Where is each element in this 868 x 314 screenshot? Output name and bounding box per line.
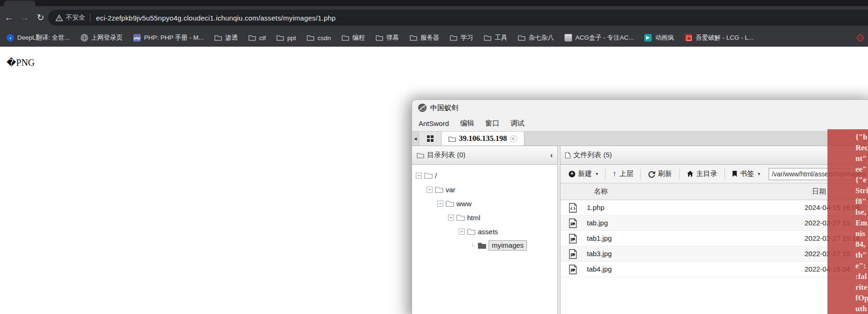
tree-node-assets[interactable]: −assets [412, 224, 558, 238]
bookmark-item[interactable]: ctf [248, 34, 266, 42]
bookmark-item[interactable]: phpPHP: PHP 手册 - M... [133, 34, 204, 42]
home-grid-tab[interactable] [419, 132, 441, 146]
column-date[interactable]: 日期 [812, 187, 826, 196]
toolbar-button-bookmark[interactable]: 书签▾ [727, 169, 765, 178]
bookmark-label: 上网登录页 [91, 34, 123, 42]
window-title: 中国蚁剑 [430, 104, 458, 112]
code-file-icon [569, 203, 577, 213]
toolbar-button-plus[interactable]: +新建▾ [564, 169, 603, 178]
toolbar-button-refresh[interactable]: 刷新 [643, 169, 677, 178]
bookmark-item[interactable]: 编程 [342, 34, 365, 42]
browser-tab-strip [0, 0, 868, 6]
bookmark-item[interactable]: csdn [307, 34, 331, 42]
shell-workspace: 目录列表 (0) ‹ −/−var−www−html−assets└myimag… [412, 146, 868, 314]
folder-icon [248, 34, 256, 42]
tree-expander-icon[interactable]: − [459, 229, 465, 235]
address-bar[interactable]: 不安全 eci-2zefpkb9jv5u55npyo4g.cloudeci1.i… [48, 10, 868, 26]
file-row[interactable]: 1.php2024-04-15 16:08: [560, 200, 868, 216]
bookmark-item[interactable]: 上网登录页 [81, 34, 123, 42]
browser-tab[interactable] [4, 0, 35, 6]
bookmark-label: DeepL翻译: 全世... [17, 34, 70, 42]
overlay-text-line: Em [855, 217, 868, 228]
file-row[interactable]: tab3.jpg2022-02-27 15: [560, 246, 868, 262]
tree-node-www[interactable]: −www [412, 196, 558, 210]
toolbar-button-home[interactable]: 主目录 [682, 169, 722, 178]
bookmark-item[interactable]: 工具 [484, 34, 507, 42]
file-icon [565, 152, 571, 159]
shell-tab[interactable]: 39.106.135.198 ✕ [441, 132, 524, 146]
bookmark-item[interactable]: 弹幕 [376, 34, 399, 42]
menu-item[interactable]: AntSword [413, 119, 455, 127]
overlay-text-line: 84, [855, 239, 868, 250]
tree-expander-icon[interactable]: − [448, 215, 454, 221]
bookmark-item[interactable]: 服务器 [410, 34, 440, 42]
back-button[interactable]: ← [2, 13, 16, 23]
shell-tab-strip: ◀ 39.106.135.198 ✕ [412, 131, 868, 146]
tree-node-myimages[interactable]: └myimages [412, 238, 558, 252]
bookmark-item[interactable]: 动画疯 [644, 34, 674, 42]
tree-node-label: html [467, 214, 480, 222]
bookmark-item[interactable]: 杂七杂八 [518, 34, 554, 42]
menu-item[interactable]: 窗口 [480, 119, 505, 128]
bookmark-item[interactable]: 学习 [450, 34, 473, 42]
overlay-text-line: lse, [855, 207, 868, 217]
forward-button[interactable]: → [18, 13, 32, 23]
tree-node-var[interactable]: −var [412, 182, 558, 196]
tree-node-html[interactable]: −html [412, 210, 558, 224]
overlay-text-line: rite [855, 282, 868, 293]
bookmark-item[interactable]: ppt [276, 34, 296, 42]
toolbar-button-up[interactable]: ↑上层 [608, 169, 638, 179]
bookmark-label: PHP: PHP 手册 - M... [144, 34, 204, 42]
overlay-text-line: :fal [855, 271, 868, 282]
tree-expander-icon[interactable]: − [416, 173, 422, 179]
php-favicon: php [133, 34, 141, 42]
menu-item[interactable]: 编辑 [455, 119, 480, 128]
bookmark-label: 弹幕 [386, 34, 399, 42]
red-knot-icon[interactable] [856, 34, 864, 42]
folder-icon [342, 34, 349, 42]
file-toolbar: +新建▾↑上层刷新主目录书签▾ [560, 165, 868, 183]
acg-favicon [565, 34, 572, 42]
file-name: tab4.jpg [587, 265, 612, 273]
file-name: tab3.jpg [587, 250, 612, 258]
tree-expander-icon[interactable]: − [427, 187, 433, 193]
column-name[interactable]: 名称 [594, 187, 608, 196]
red-overlay-window: {"bRecnt"ee"{"eStrif8"lse,Emnis84,th"e":… [827, 129, 868, 314]
bookmark-label: 编程 [352, 34, 365, 42]
tab-scroll-left-button[interactable]: ◀ [412, 132, 419, 146]
overlay-text-line: uth [855, 303, 868, 314]
bookmark-item[interactable]: ›DeepL翻译: 全世... [7, 34, 70, 42]
collapse-panel-icon[interactable]: ‹ [550, 151, 553, 160]
menu-item[interactable]: 调试 [505, 119, 530, 128]
tree-expander-icon[interactable]: − [437, 201, 443, 207]
file-row[interactable]: tab4.jpg2022-04-15 04: [560, 262, 868, 277]
close-tab-icon[interactable]: ✕ [510, 135, 517, 142]
overlay-text-line: fOp [855, 293, 868, 303]
overlay-text-line: nis [855, 228, 868, 239]
bookmark-item[interactable]: ACG盒子 - 专注AC... [565, 34, 634, 42]
tree-node-label: myimages [489, 240, 527, 251]
reload-button[interactable]: ↻ [34, 12, 48, 23]
directory-panel-title: 目录列表 (0) [427, 151, 466, 160]
file-panel: 文件列表 (5) +新建▾↑上层刷新主目录书签▾ 名称 日期 1.php2024… [560, 146, 868, 314]
anigamer-favicon [644, 34, 652, 42]
overlay-text-line: nt" [855, 153, 868, 164]
chevron-down-icon: ▾ [596, 171, 598, 176]
tree-node-root[interactable]: −/ [412, 168, 558, 182]
image-file-icon [569, 265, 577, 274]
url-text[interactable]: eci-2zefpkb9jv5u55npyo4g.cloudeci1.ichun… [96, 14, 336, 22]
antsword-window: 中国蚁剑 AntSword编辑窗口调试 ◀ 39.106.135.198 ✕ 目… [412, 99, 868, 314]
toolbar-divider [605, 169, 606, 179]
file-row[interactable]: tab1.jpg2022-02-27 15:14 [560, 231, 868, 246]
toolbar-button-label: 刷新 [658, 169, 672, 178]
overlay-text-line: f8" [855, 196, 868, 207]
bookmark-label: 动画疯 [655, 34, 674, 42]
file-row[interactable]: tab.jpg2022-02-27 15: [560, 216, 868, 231]
directory-panel-header: 目录列表 (0) ‹ [412, 146, 558, 165]
bookmark-label: csdn [317, 35, 331, 42]
directory-tree: −/−var−www−html−assets└myimages [412, 165, 558, 314]
bookmark-item[interactable]: 吾爱破解 - LCG - L... [685, 34, 754, 42]
file-name: tab1.jpg [587, 234, 612, 242]
bookmark-item[interactable]: 渗透 [214, 34, 238, 42]
refresh-icon [648, 170, 655, 178]
